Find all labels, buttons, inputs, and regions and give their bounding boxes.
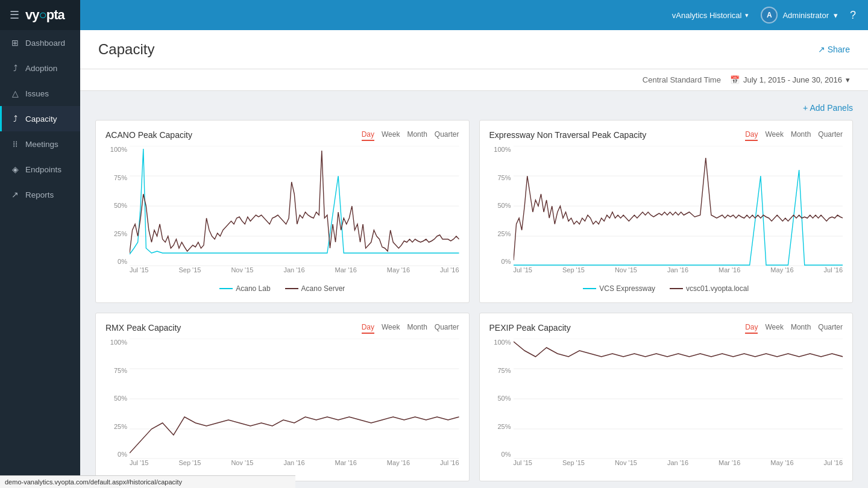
pexip-chart-panel: PEXIP Peak Capacity Day Week Month Quart… bbox=[479, 313, 854, 481]
date-range-selector[interactable]: 📅 July 1, 2015 - June 30, 2016 ▾ bbox=[730, 75, 850, 84]
expressway-time-controls: Day Week Month Quarter bbox=[745, 130, 843, 141]
acano-quarter-btn[interactable]: Quarter bbox=[435, 130, 459, 141]
acano-week-btn[interactable]: Week bbox=[382, 130, 400, 141]
vcs-expressway-line bbox=[583, 288, 596, 289]
sidebar-item-adoption[interactable]: ⤴ Adoption bbox=[0, 55, 80, 81]
topbar: vAnalytics Historical ▾ A Administrator … bbox=[80, 0, 868, 30]
calendar-icon: 📅 bbox=[730, 75, 740, 84]
sidebar-item-endpoints[interactable]: ◈ Endpoints bbox=[0, 157, 80, 182]
hamburger-icon[interactable]: ☰ bbox=[10, 8, 19, 22]
pexip-day-btn[interactable]: Day bbox=[745, 323, 758, 334]
sidebar-item-label: Reports bbox=[25, 190, 54, 199]
date-chevron-icon: ▾ bbox=[846, 75, 850, 84]
pexip-chart-area: 100% 75% 50% 25% 0% bbox=[489, 339, 843, 471]
admin-chevron-icon: ▾ bbox=[834, 11, 838, 20]
sidebar-item-label: Capacity bbox=[25, 114, 57, 124]
vcsc01-line bbox=[670, 288, 683, 289]
expressway-chart-title: Expressway Non Traversal Peak Capacity bbox=[489, 130, 647, 140]
logo: vy○pta bbox=[25, 7, 64, 23]
dashboard-icon: ⊞ bbox=[10, 38, 20, 48]
rmx-week-btn[interactable]: Week bbox=[382, 323, 400, 334]
pexip-month-btn[interactable]: Month bbox=[791, 323, 811, 334]
acano-lab-legend: Acano Lab bbox=[219, 284, 270, 293]
expressway-week-btn[interactable]: Week bbox=[765, 130, 783, 141]
sidebar-item-capacity[interactable]: ⤴ Capacity bbox=[0, 106, 80, 131]
expressway-chart-svg bbox=[514, 146, 843, 266]
timezone-label: Central Standard Time bbox=[643, 75, 721, 84]
rmx-day-btn[interactable]: Day bbox=[362, 323, 374, 334]
pexip-week-btn[interactable]: Week bbox=[765, 323, 783, 334]
rmx-chart-area: 100% 75% 50% 25% 0% bbox=[105, 339, 459, 471]
rmx-chart-panel: RMX Peak Capacity Day Week Month Quarter… bbox=[95, 313, 470, 481]
adoption-icon: ⤴ bbox=[10, 63, 20, 73]
share-button[interactable]: ↗ Share bbox=[818, 45, 850, 54]
acano-month-btn[interactable]: Month bbox=[407, 130, 427, 141]
admin-label: Administrator bbox=[782, 11, 829, 20]
pexip-y-axis: 100% 75% 50% 25% 0% bbox=[489, 339, 514, 459]
expressway-chart-area: 100% 75% 50% 25% 0% bbox=[489, 146, 843, 278]
reports-icon: ↗ bbox=[10, 190, 20, 199]
acano-x-labels: Jul '15 Sep '15 Nov '15 Jan '16 Mar '16 … bbox=[130, 266, 459, 278]
sidebar-item-reports[interactable]: ↗ Reports bbox=[0, 182, 80, 207]
meetings-icon: ⁞⁞ bbox=[10, 139, 20, 149]
vcs-expressway-legend: VCS Expressway bbox=[583, 284, 655, 293]
expressway-y-axis: 100% 75% 50% 25% 0% bbox=[489, 146, 514, 266]
analytics-selector-label: vAnalytics Historical bbox=[672, 11, 742, 20]
chevron-down-icon: ▾ bbox=[745, 11, 749, 19]
pexip-x-labels: Jul '15 Sep '15 Nov '15 Jan '16 Mar '16 … bbox=[514, 459, 843, 471]
page-content: Capacity ↗ Share Central Standard Time 📅… bbox=[80, 30, 868, 488]
rmx-month-btn[interactable]: Month bbox=[407, 323, 427, 334]
pexip-chart-title: PEXIP Peak Capacity bbox=[489, 323, 571, 333]
acano-lab-line bbox=[219, 288, 233, 289]
admin-menu[interactable]: A Administrator ▾ bbox=[761, 7, 838, 23]
acano-chart-plot bbox=[130, 146, 459, 266]
acano-time-controls: Day Week Month Quarter bbox=[362, 130, 459, 141]
expressway-chart-plot bbox=[514, 146, 843, 266]
sidebar: ☰ vy○pta ⊞ Dashboard ⤴ Adoption △ Issues… bbox=[0, 0, 80, 488]
capacity-icon: ⤴ bbox=[10, 114, 20, 124]
expressway-quarter-btn[interactable]: Quarter bbox=[818, 130, 843, 141]
analytics-selector[interactable]: vAnalytics Historical ▾ bbox=[672, 11, 749, 20]
sidebar-item-issues[interactable]: △ Issues bbox=[0, 81, 80, 106]
endpoints-icon: ◈ bbox=[10, 164, 20, 174]
url-bar: demo-vanalytics.vyopta.com/default.aspx#… bbox=[0, 475, 295, 488]
pexip-chart-plot bbox=[514, 339, 843, 459]
help-icon[interactable]: ? bbox=[850, 9, 856, 22]
page-title: Capacity bbox=[98, 41, 154, 58]
expressway-chart-panel: Expressway Non Traversal Peak Capacity D… bbox=[479, 120, 854, 303]
acano-chart-svg bbox=[130, 146, 459, 266]
sidebar-item-label: Meetings bbox=[25, 140, 58, 149]
acano-chart-panel: ACANO Peak Capacity Day Week Month Quart… bbox=[95, 120, 470, 303]
issues-icon: △ bbox=[10, 89, 20, 98]
sidebar-item-meetings[interactable]: ⁞⁞ Meetings bbox=[0, 131, 80, 157]
rmx-quarter-btn[interactable]: Quarter bbox=[435, 323, 459, 334]
vcsc01-legend: vcsc01.vyopta.local bbox=[670, 284, 749, 293]
add-panels-container: + Add Panels bbox=[95, 103, 853, 113]
acano-y-axis: 100% 75% 50% 25% 0% bbox=[105, 146, 130, 266]
acano-day-btn[interactable]: Day bbox=[362, 130, 374, 141]
expressway-x-labels: Jul '15 Sep '15 Nov '15 Jan '16 Mar '16 … bbox=[514, 266, 843, 278]
acano-chart-title: ACANO Peak Capacity bbox=[105, 130, 192, 140]
expressway-month-btn[interactable]: Month bbox=[791, 130, 811, 141]
acano-chart-area: 100% 75% 50% 25% 0% bbox=[105, 146, 459, 278]
add-panels-button[interactable]: + Add Panels bbox=[803, 103, 853, 113]
avatar: A bbox=[761, 7, 778, 23]
acano-server-legend: Acano Server bbox=[285, 284, 345, 293]
acano-legend: Acano Lab Acano Server bbox=[105, 284, 459, 293]
sidebar-item-label: Adoption bbox=[25, 64, 57, 73]
rmx-chart-plot bbox=[130, 339, 459, 459]
page-header: Capacity ↗ Share bbox=[80, 30, 868, 69]
sidebar-item-label: Endpoints bbox=[25, 165, 61, 174]
pexip-time-controls: Day Week Month Quarter bbox=[745, 323, 843, 334]
rmx-time-controls: Day Week Month Quarter bbox=[362, 323, 459, 334]
expressway-day-btn[interactable]: Day bbox=[745, 130, 758, 141]
sidebar-item-label: Issues bbox=[25, 89, 49, 98]
logo-area: ☰ vy○pta bbox=[0, 0, 80, 30]
rmx-chart-svg bbox=[130, 339, 459, 459]
main-content: vAnalytics Historical ▾ A Administrator … bbox=[80, 0, 868, 488]
pexip-quarter-btn[interactable]: Quarter bbox=[818, 323, 843, 334]
date-bar: Central Standard Time 📅 July 1, 2015 - J… bbox=[80, 69, 868, 91]
rmx-y-axis: 100% 75% 50% 25% 0% bbox=[105, 339, 130, 459]
sidebar-item-dashboard[interactable]: ⊞ Dashboard bbox=[0, 30, 80, 55]
sidebar-item-label: Dashboard bbox=[25, 39, 65, 48]
